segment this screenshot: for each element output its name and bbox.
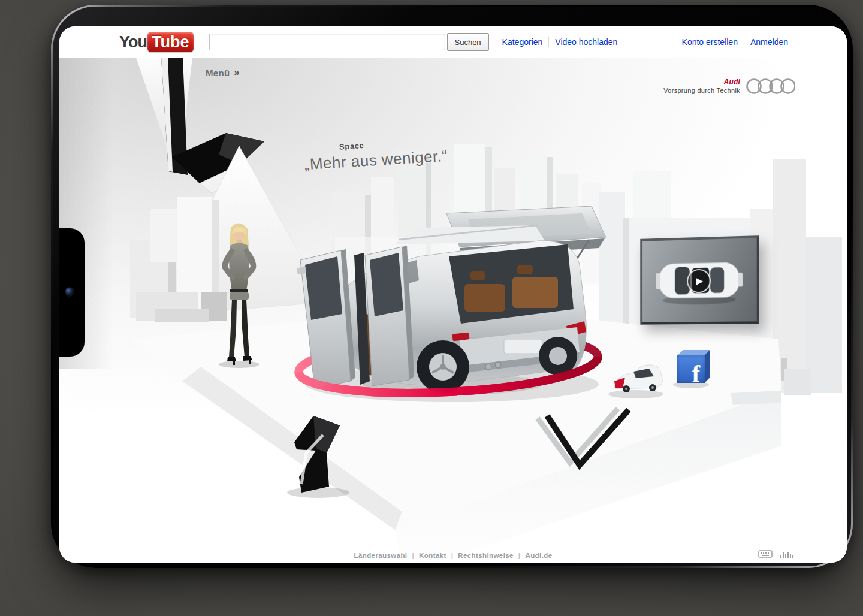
footer-link-contact[interactable]: Kontakt	[419, 552, 446, 559]
menu-label: Menü	[206, 68, 230, 78]
youtube-header: You Tube Suchen Kategorien Video hochlad…	[59, 26, 847, 58]
create-account-link[interactable]: Konto erstellen	[676, 37, 744, 47]
search-button[interactable]: Suchen	[447, 33, 489, 51]
desktop: { "header": { "logo": { "you": "You", "t…	[0, 0, 863, 616]
audi-logo-block: Audi Vorsprung durch Technik	[663, 72, 795, 99]
facebook-icon: f	[677, 355, 705, 383]
search-area: Suchen	[209, 33, 489, 51]
footer: Länderauswahl | Kontakt | Rechtshinweise…	[59, 552, 847, 559]
nav-upload-link[interactable]: Video hochladen	[549, 37, 623, 47]
header-nav: Kategorien Video hochladen	[496, 37, 624, 47]
play-button[interactable]: ▶	[687, 268, 711, 293]
camera-lens	[65, 287, 74, 297]
brand-channel-stage: Menü » Audi Vorsprung durch Technik	[59, 58, 847, 563]
footer-separator: |	[514, 552, 526, 559]
tablet-bezel: You Tube Suchen Kategorien Video hochlad…	[53, 7, 851, 566]
footer-separator: |	[407, 552, 419, 559]
corner-icons	[758, 550, 795, 558]
footer-link-country[interactable]: Länderauswahl	[354, 552, 408, 559]
audi-rings-icon	[746, 72, 795, 99]
youtube-logo-you: You	[119, 32, 147, 52]
tablet-screen: You Tube Suchen Kategorien Video hochlad…	[59, 26, 847, 563]
audi-brand-label: Audi	[724, 78, 740, 86]
footer-link-audi-de[interactable]: Audi.de	[525, 552, 552, 559]
audi-claim-label: Vorsprung durch Technik	[663, 87, 740, 94]
footer-link-legal[interactable]: Rechtshinweise	[458, 552, 514, 559]
youtube-logo[interactable]: You Tube	[119, 32, 194, 52]
audi-text: Audi Vorsprung durch Technik	[663, 78, 740, 94]
account-nav: Konto erstellen Anmelden	[676, 37, 794, 47]
signal-bars-icon[interactable]	[780, 551, 795, 558]
keyboard-icon[interactable]	[758, 550, 773, 558]
facebook-cube-side	[705, 350, 710, 383]
tablet-frame: You Tube Suchen Kategorien Video hochlad…	[51, 5, 853, 568]
chevron-right-double-icon: »	[234, 67, 239, 78]
menu-button[interactable]: Menü »	[206, 67, 240, 78]
youtube-logo-tube: Tube	[147, 32, 194, 52]
camera-notch	[59, 228, 85, 357]
facebook-letter: f	[692, 360, 700, 383]
facebook-cube[interactable]: f	[677, 355, 705, 383]
city-blocks-left	[130, 197, 227, 322]
play-icon: ▶	[696, 276, 703, 285]
nav-categories-link[interactable]: Kategorien	[496, 37, 549, 47]
video-panel[interactable]: ▶	[640, 235, 759, 325]
search-input[interactable]	[209, 34, 445, 50]
sign-in-link[interactable]: Anmelden	[744, 37, 794, 47]
footer-separator: |	[446, 552, 458, 559]
